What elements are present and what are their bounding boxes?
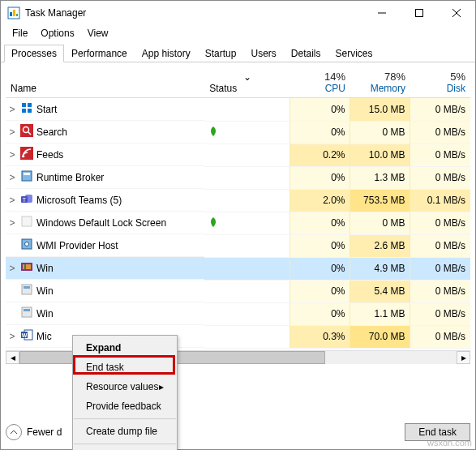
svg-rect-28 xyxy=(22,285,32,294)
svg-rect-9 xyxy=(28,103,32,107)
disk-pct: 5% xyxy=(415,71,465,83)
status-cell xyxy=(204,325,290,348)
tabs: Processes Performance App history Startu… xyxy=(1,41,475,62)
scroll-left-icon[interactable]: ◂ xyxy=(6,351,19,364)
table-row[interactable]: WMI Provider Host0%2.6 MB0 MB/s xyxy=(6,234,470,257)
process-icon xyxy=(20,147,33,162)
table-row[interactable]: >Feeds0.2%10.0 MB0 MB/s xyxy=(6,144,470,166)
menu-view[interactable]: View xyxy=(83,26,114,41)
ctx-go-to-details[interactable]: Go to details xyxy=(73,447,177,450)
menu-file[interactable]: File xyxy=(7,26,32,41)
titlebar[interactable]: Task Manager xyxy=(1,1,475,25)
tab-startup[interactable]: Startup xyxy=(198,45,244,62)
table-row[interactable]: >Search0%0 MB0 MB/s xyxy=(6,121,470,144)
disk-label: Disk xyxy=(415,83,465,94)
table-row[interactable]: >Runtime Broker0%1.3 MB0 MB/s xyxy=(6,166,470,189)
fewer-details-button[interactable]: Fewer d xyxy=(6,424,62,440)
tab-services[interactable]: Services xyxy=(328,45,380,62)
tab-performance[interactable]: Performance xyxy=(64,45,135,62)
tab-processes[interactable]: Processes xyxy=(4,45,64,62)
process-name: Mic xyxy=(36,331,52,342)
ctx-expand[interactable]: Expand xyxy=(73,338,177,358)
table-row[interactable]: Win0%1.1 MB0 MB/s xyxy=(6,302,470,325)
cpu-cell: 0% xyxy=(290,212,350,234)
process-name-cell[interactable]: WMI Provider Host xyxy=(6,234,204,257)
disk-cell: 0 MB/s xyxy=(410,302,470,325)
close-button[interactable] xyxy=(438,1,475,25)
ctx-end-task[interactable]: End task xyxy=(73,358,177,377)
expand-chevron-icon[interactable]: > xyxy=(7,263,17,274)
mem-cell: 70.0 MB xyxy=(350,325,410,348)
process-table: Name ⌄ Status 14% CPU 78% Memory xyxy=(6,67,470,349)
col-name[interactable]: Name xyxy=(6,67,204,98)
table-header-row: Name ⌄ Status 14% CPU 78% Memory xyxy=(6,67,470,98)
sort-indicator-icon: ⌄ xyxy=(209,71,285,83)
svg-rect-10 xyxy=(22,109,26,113)
expand-chevron-icon[interactable]: > xyxy=(7,331,17,342)
col-disk[interactable]: 5% Disk xyxy=(410,67,470,98)
process-name-cell[interactable]: >Runtime Broker xyxy=(6,166,204,189)
ctx-create-dump[interactable]: Create dump file xyxy=(73,422,177,441)
disk-cell: 0 MB/s xyxy=(410,257,470,280)
mem-pct: 78% xyxy=(355,71,405,83)
chevron-up-icon xyxy=(6,424,22,440)
window-title: Task Manager xyxy=(25,7,86,19)
menu-options[interactable]: Options xyxy=(36,26,79,41)
table-row[interactable]: >Win0%4.9 MB0 MB/s xyxy=(6,257,470,280)
svg-point-16 xyxy=(23,156,25,158)
status-cell xyxy=(204,257,290,280)
svg-rect-11 xyxy=(28,109,32,113)
expand-chevron-icon[interactable]: > xyxy=(7,217,17,229)
status-header: Status xyxy=(209,83,237,94)
context-menu: Expand End task Resource values▸ Provide… xyxy=(72,335,178,450)
process-icon: W xyxy=(20,328,33,344)
tab-app-history[interactable]: App history xyxy=(135,45,198,62)
process-name-cell[interactable]: >Windows Default Lock Screen xyxy=(6,212,204,234)
scroll-right-icon[interactable]: ▸ xyxy=(457,351,470,364)
minimize-button[interactable] xyxy=(363,1,401,25)
status-cell xyxy=(204,302,290,325)
expand-chevron-icon[interactable]: > xyxy=(7,172,17,183)
process-name: Search xyxy=(36,126,67,138)
cpu-cell: 0% xyxy=(290,121,350,144)
expand-chevron-icon[interactable]: > xyxy=(7,104,17,115)
mem-label: Memory xyxy=(355,83,405,94)
disk-cell: 0 MB/s xyxy=(410,280,470,302)
process-name-cell[interactable]: >Search xyxy=(6,121,204,144)
ctx-provide-feedback[interactable]: Provide feedback xyxy=(73,396,177,416)
maximize-button[interactable] xyxy=(401,1,438,25)
tab-users[interactable]: Users xyxy=(243,45,283,62)
menubar: File Options View xyxy=(1,25,475,41)
col-status[interactable]: ⌄ Status xyxy=(204,67,290,98)
leaf-icon xyxy=(209,126,217,137)
expand-chevron-icon[interactable]: > xyxy=(7,195,17,206)
table-row[interactable]: >TMicrosoft Teams (5)2.0%753.5 MB0.1 MB/… xyxy=(6,189,470,212)
table-row[interactable]: >Windows Default Lock Screen0%0 MB0 MB/s xyxy=(6,212,470,234)
disk-cell: 0 MB/s xyxy=(410,166,470,189)
process-name-cell[interactable]: >TMicrosoft Teams (5) xyxy=(6,189,204,212)
expand-chevron-icon[interactable]: > xyxy=(7,149,17,161)
col-cpu[interactable]: 14% CPU xyxy=(290,67,350,98)
svg-rect-27 xyxy=(24,264,26,269)
svg-rect-22 xyxy=(22,216,32,226)
process-name-cell[interactable]: >Start xyxy=(6,98,204,121)
status-cell xyxy=(204,166,290,189)
col-memory[interactable]: 78% Memory xyxy=(350,67,410,98)
process-name-cell[interactable]: >Win xyxy=(6,257,204,280)
process-name-cell[interactable]: Win xyxy=(6,302,204,325)
cpu-label: CPU xyxy=(295,83,345,94)
disk-cell: 0 MB/s xyxy=(410,212,470,234)
process-name: Start xyxy=(36,104,57,115)
table-row[interactable]: Win0%5.4 MB0 MB/s xyxy=(6,280,470,302)
tab-details[interactable]: Details xyxy=(284,45,328,62)
svg-rect-2 xyxy=(13,10,15,16)
process-name: Win xyxy=(36,285,54,297)
table-row[interactable]: >Start0%15.0 MB0 MB/s xyxy=(6,98,470,122)
ctx-resource-values[interactable]: Resource values▸ xyxy=(73,377,177,396)
main-content: Name ⌄ Status 14% CPU 78% Memory xyxy=(1,62,475,369)
table-body: >Start0%15.0 MB0 MB/s>Search0%0 MB0 MB/s… xyxy=(6,98,470,349)
process-name-cell[interactable]: >Feeds xyxy=(6,144,204,166)
process-name-cell[interactable]: Win xyxy=(6,280,204,302)
expand-chevron-icon[interactable]: > xyxy=(7,126,17,138)
mem-cell: 1.3 MB xyxy=(350,166,410,189)
